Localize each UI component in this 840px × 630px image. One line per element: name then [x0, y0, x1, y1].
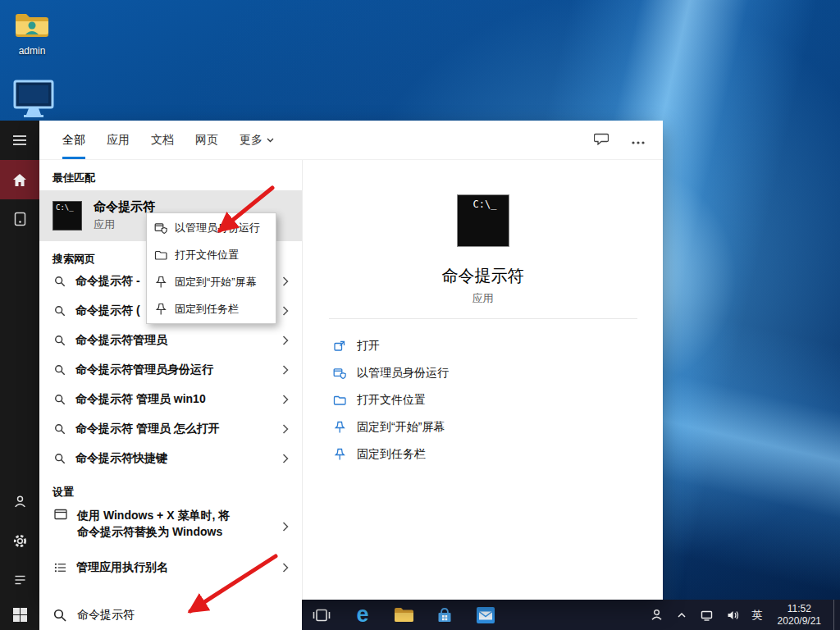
folder-icon	[154, 249, 167, 262]
detail-title: 命令提示符	[303, 265, 663, 287]
gear-icon	[12, 533, 28, 549]
edge-icon: e	[356, 604, 368, 626]
context-pin-to-start[interactable]: 固定到“开始”屏幕	[147, 268, 276, 295]
result-detail-pane: C:\_ 命令提示符 应用 打开 以管理员身份运行 打开文件位置	[302, 160, 663, 600]
user-folder-icon	[14, 32, 50, 43]
feedback-bubble-icon[interactable]	[594, 133, 609, 148]
edge-browser-button[interactable]: e	[348, 600, 377, 630]
web-suggestion[interactable]: 命令提示符 管理员 怎么打开	[39, 414, 302, 444]
action-run-as-admin[interactable]: 以管理员身份运行	[303, 359, 663, 386]
search-icon	[54, 364, 66, 376]
store-icon	[436, 606, 454, 624]
search-icon	[53, 609, 66, 622]
hamburger-icon	[12, 135, 27, 146]
search-icon	[54, 305, 66, 317]
search-results-panel: 全部 应用 文档 网页 更多	[39, 121, 663, 600]
settings-result-aliases[interactable]: 管理应用执行别名	[39, 553, 302, 582]
search-input[interactable]: 命令提示符	[39, 600, 302, 630]
settings-result-winx[interactable]: 使用 Windows + X 菜单时, 将 命令提示符替换为 Windows	[39, 500, 302, 553]
best-match-header: 最佳匹配	[52, 171, 302, 185]
network-button[interactable]	[697, 600, 716, 630]
tab-web[interactable]: 网页	[195, 121, 218, 159]
microsoft-store-button[interactable]	[430, 600, 459, 630]
clock-date: 2020/9/21	[778, 615, 821, 628]
chevron-up-icon	[676, 609, 687, 621]
feedback-list-icon	[13, 573, 27, 587]
divider	[329, 318, 637, 319]
user-icon	[13, 495, 27, 509]
rail-spacer	[0, 239, 39, 482]
mail-icon	[476, 606, 495, 624]
search-icon	[54, 394, 66, 405]
desktop-icon-admin[interactable]: admin	[8, 10, 56, 57]
chevron-right-icon	[282, 306, 289, 316]
console-window-icon	[54, 509, 67, 520]
search-left-rail	[0, 121, 39, 630]
folder-icon	[333, 394, 346, 407]
pin-icon	[154, 303, 167, 316]
pin-icon	[333, 448, 346, 461]
network-icon	[700, 609, 714, 622]
web-suggestion[interactable]: 命令提示符 管理员 win10	[39, 385, 302, 414]
feedback-button[interactable]	[0, 560, 39, 600]
ime-indicator[interactable]: 英	[750, 600, 765, 630]
settings-header: 设置	[52, 485, 302, 500]
tab-apps[interactable]: 应用	[107, 121, 130, 159]
detail-subtitle: 应用	[303, 291, 663, 306]
chevron-down-icon	[267, 138, 274, 143]
people-button[interactable]	[647, 600, 666, 630]
tab-documents[interactable]: 文档	[151, 121, 174, 159]
account-button[interactable]	[0, 482, 39, 521]
run-as-admin-icon	[333, 367, 346, 380]
show-desktop-button[interactable]	[833, 600, 838, 630]
task-view-button[interactable]	[307, 600, 336, 630]
hidden-icons-button[interactable]	[673, 600, 690, 630]
cmd-app-icon-large: C:\_	[457, 194, 509, 247]
tab-more[interactable]: 更多	[240, 121, 274, 159]
pin-icon	[333, 421, 346, 434]
action-open-file-location[interactable]: 打开文件位置	[303, 386, 663, 413]
more-options-icon[interactable]	[632, 133, 645, 148]
search-icon	[54, 276, 66, 287]
tab-all[interactable]: 全部	[62, 121, 85, 159]
chevron-right-icon	[282, 395, 289, 404]
search-timeline-button[interactable]	[0, 199, 39, 239]
file-explorer-button[interactable]	[389, 600, 418, 630]
list-icon	[54, 562, 66, 573]
open-icon	[333, 340, 346, 353]
action-pin-to-start[interactable]: 固定到“开始”屏幕	[303, 413, 663, 441]
chevron-right-icon	[282, 522, 289, 532]
speaker-icon	[726, 609, 740, 622]
search-input-value: 命令提示符	[77, 608, 135, 623]
volume-button[interactable]	[724, 600, 742, 630]
search-icon	[54, 335, 66, 346]
chevron-right-icon	[282, 365, 289, 375]
system-tray: 英 11:52 2020/9/21	[647, 600, 840, 630]
action-open[interactable]: 打开	[303, 332, 663, 359]
chevron-right-icon	[282, 336, 289, 345]
taskbar-app-icons: e	[307, 600, 500, 630]
context-run-as-admin[interactable]: 以管理员身份运行	[147, 214, 276, 241]
desktop-icon-this-pc[interactable]	[10, 79, 57, 122]
search-icon	[54, 453, 66, 464]
device-icon	[14, 212, 26, 226]
action-pin-to-taskbar[interactable]: 固定到任务栏	[303, 441, 663, 468]
web-suggestion[interactable]: 命令提示符管理员身份运行	[39, 355, 302, 385]
mail-button[interactable]	[471, 600, 500, 630]
windows-logo-icon	[13, 608, 27, 622]
clock-time: 11:52	[778, 603, 821, 615]
chevron-right-icon	[282, 563, 289, 573]
person-icon	[650, 608, 664, 622]
start-button[interactable]	[0, 600, 39, 630]
context-pin-to-taskbar[interactable]: 固定到任务栏	[147, 295, 276, 322]
context-open-file-location[interactable]: 打开文件位置	[147, 241, 276, 268]
web-suggestion[interactable]: 命令提示符快捷键	[39, 444, 302, 473]
pin-icon	[154, 276, 167, 289]
chevron-right-icon	[282, 276, 289, 286]
search-filter-tabs: 全部 应用 文档 网页 更多	[39, 121, 663, 160]
clock[interactable]: 11:52 2020/9/21	[773, 603, 826, 628]
settings-button[interactable]	[0, 521, 39, 560]
web-suggestion[interactable]: 命令提示符管理员	[39, 326, 302, 355]
search-home-button[interactable]	[0, 160, 39, 199]
expand-menu-button[interactable]	[0, 121, 39, 160]
